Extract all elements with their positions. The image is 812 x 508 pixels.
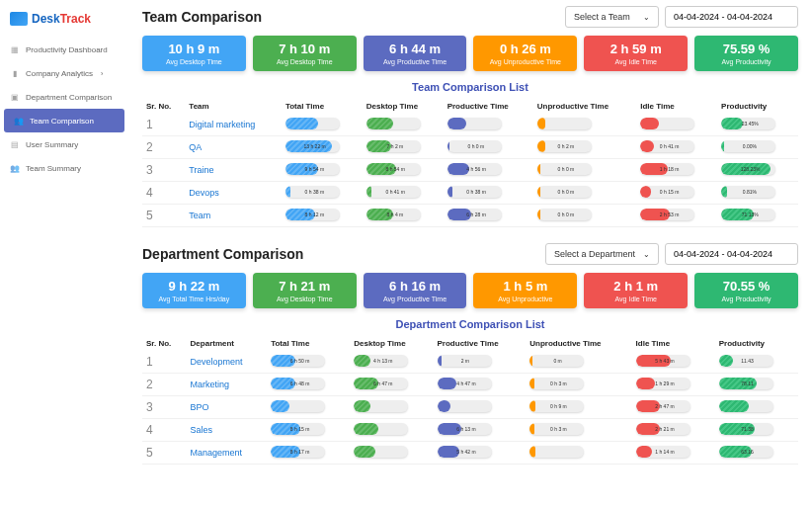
table-row: 2QA13 h 22 m7 h 2 m0 h 0 m0 h 2 m0 h 41 … — [142, 136, 798, 159]
col-team: Team — [185, 99, 282, 114]
nav-productivity-dashboard[interactable]: ▦ Productivity Dashboard — [0, 38, 128, 61]
building-icon: ▣ — [10, 92, 20, 102]
nav-user-summary[interactable]: ▤ User Summary — [0, 132, 128, 156]
dept-select[interactable]: Select a Department ⌄ — [545, 243, 659, 265]
card-label: Avg Productivity — [698, 58, 794, 65]
pill — [529, 446, 584, 458]
pill: 4 h 56 m — [447, 163, 502, 175]
pill: 1 h 29 m — [636, 378, 690, 389]
card-value: 2 h 59 m — [588, 42, 684, 56]
col-productivity: Productivity — [715, 336, 798, 351]
chevron-right-icon: › — [101, 70, 103, 77]
col-srno: Sr. No. — [142, 99, 185, 114]
dept-name[interactable]: Management — [187, 442, 268, 465]
pill: 0 h 38 m — [447, 186, 502, 198]
card-productive-time: 6 h 16 mAvg Productive Time — [364, 273, 467, 308]
team-name[interactable]: Traine — [185, 159, 282, 182]
pill: 5 h 42 m — [438, 446, 492, 458]
pill: 8 h 12 m — [285, 209, 340, 220]
card-label: Avg Productivity — [698, 296, 794, 302]
dept-daterange[interactable] — [665, 243, 798, 265]
card-value: 1 h 5 m — [477, 279, 573, 294]
col-productivity: Productivity — [717, 99, 798, 114]
dept-name[interactable]: Marketing — [187, 374, 268, 396]
pill: 2 m — [438, 355, 492, 367]
card-value: 6 h 44 m — [367, 42, 463, 56]
pill: 71.38 — [719, 423, 773, 435]
pill: 0.81% — [721, 186, 775, 198]
card-value: 7 h 21 m — [257, 279, 353, 294]
pill: 0 h 15 m — [640, 186, 694, 198]
pill: 0 h 41 m — [640, 140, 694, 152]
pill: 6 h 28 m — [447, 209, 502, 220]
nav-team-summary[interactable]: 👥 Team Summary — [0, 156, 128, 180]
col-srno: Sr. No. — [142, 336, 187, 351]
pill: 1 h 18 m — [640, 163, 694, 175]
pill: 9 h 54 m — [285, 163, 340, 175]
team-select[interactable]: Select a Team ⌄ — [565, 6, 659, 28]
col-productive: Productive Time — [434, 336, 527, 351]
card-idle-time: 2 h 59 mAvg Idle Time — [584, 36, 688, 71]
pill: 2 h 47 m — [636, 400, 690, 412]
team-cards: 10 h 9 mAvg Desktop Time 7 h 10 mAvg Des… — [142, 36, 798, 71]
dept-title: Department Comparison — [142, 246, 303, 262]
pill: 0 h 2 m — [537, 140, 592, 152]
dept-name[interactable]: BPO — [187, 396, 268, 419]
card-total-time: 9 h 22 mAvg Total Time Hrs/day — [142, 273, 246, 308]
team-title: Team Comparison — [142, 9, 262, 25]
card-value: 75.59 % — [698, 42, 794, 56]
dept-name[interactable]: Development — [187, 351, 268, 374]
dept-list-title: Department Comparison List — [142, 318, 798, 330]
pill: 4 h 47 m — [438, 378, 492, 389]
pill: 8 h 15 m — [271, 423, 325, 435]
card-value: 70.55 % — [698, 279, 794, 294]
team-name[interactable]: QA — [185, 136, 282, 159]
pill: 0.00% — [721, 140, 775, 152]
table-row: 4Sales8 h 15 m6 h 13 m0 h 3 m2 h 21 m71.… — [142, 419, 798, 442]
card-label: Avg Desktop Time — [146, 58, 242, 65]
pill: 0 h 0 m — [537, 163, 592, 175]
card-productivity: 75.59 %Avg Productivity — [694, 36, 798, 71]
card-label: Avg Idle Time — [588, 296, 684, 302]
nav-department-comparison[interactable]: ▣ Department Comparison — [0, 85, 128, 109]
brand-track: Track — [60, 12, 91, 26]
table-row: 1Digital marketing23.45% — [142, 114, 798, 136]
team-table: Sr. No. Team Total Time Desktop Time Pro… — [142, 99, 798, 227]
pill: 5 h 43 m — [636, 355, 690, 367]
pill: 78.11 — [719, 378, 773, 389]
col-total: Total Time — [282, 99, 363, 114]
brand-logo: DeskTrack — [0, 8, 128, 38]
pill — [354, 423, 408, 435]
main-content: Team Comparison Select a Team ⌄ 10 h 9 m… — [128, 0, 812, 474]
row-num: 1 — [142, 351, 187, 374]
nav-label: Team Comparison — [30, 117, 94, 126]
col-unproductive: Unproductive Time — [533, 99, 636, 114]
nav-company-analytics[interactable]: ▮ Company Analytics › — [0, 61, 128, 85]
table-row: 5Management8 h 17 m5 h 42 m1 h 14 m63.16 — [142, 442, 798, 465]
pill: 0 h 41 m — [366, 186, 421, 198]
dept-name[interactable]: Sales — [187, 419, 268, 442]
brand-desk: Desk — [32, 12, 60, 26]
card-value: 0 h 26 m — [477, 42, 573, 56]
pill: 0 h 38 m — [285, 186, 340, 198]
chart-icon: ▮ — [10, 68, 20, 78]
team-icon: 👥 — [10, 163, 20, 173]
card-idle-time: 2 h 1 mAvg Idle Time — [584, 273, 688, 308]
nav-label: Company Analytics — [26, 69, 93, 78]
pill: 1 h 14 m — [636, 446, 690, 458]
team-name[interactable]: Devops — [185, 182, 282, 205]
pill: 0 h 9 m — [529, 400, 584, 412]
team-daterange[interactable] — [665, 6, 798, 28]
team-name[interactable]: Team — [185, 205, 282, 227]
row-num: 5 — [142, 205, 185, 227]
pill — [537, 118, 592, 129]
card-value: 9 h 22 m — [146, 279, 242, 294]
card-label: Avg Unproductive Time — [477, 58, 573, 65]
card-value: 6 h 16 m — [367, 279, 463, 294]
nav-team-comparison[interactable]: 👥 Team Comparison — [4, 109, 124, 132]
card-label: Avg Desktop Time — [257, 58, 353, 65]
pill — [640, 118, 694, 129]
pill: 23.45% — [721, 118, 775, 129]
pill — [719, 400, 773, 412]
team-name[interactable]: Digital marketing — [185, 114, 282, 136]
